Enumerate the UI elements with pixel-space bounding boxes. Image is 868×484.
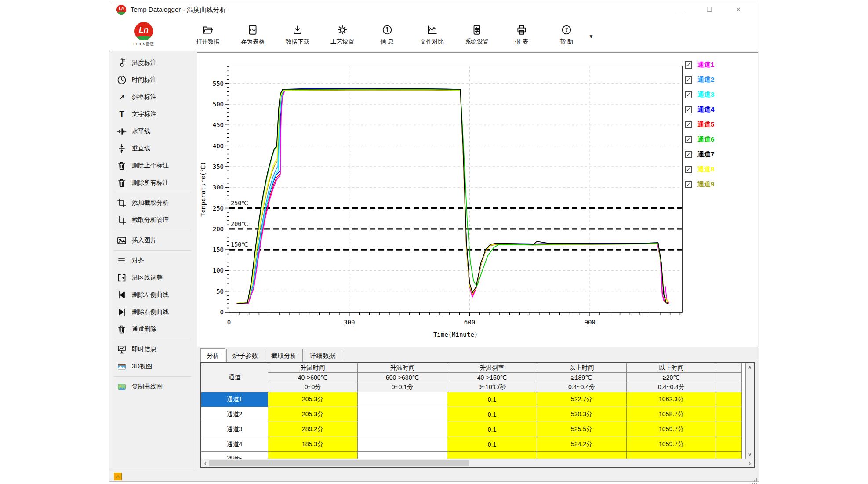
channel-checkbox[interactable]: ✓: [685, 76, 692, 84]
row-channel-cell[interactable]: 通道1: [201, 392, 268, 407]
table-cell: [358, 422, 447, 437]
sidebar-item-label: 删除右侧曲线: [132, 308, 169, 316]
maximize-button[interactable]: ☐: [695, 1, 724, 18]
table-cell: 530.3分: [537, 407, 627, 422]
sidebar-item-label: 删除上个标注: [132, 162, 169, 170]
table-cell: 525.5分: [537, 422, 627, 437]
tab-炉子参数[interactable]: 炉子参数: [226, 349, 264, 362]
sidebar-item[interactable]: 即时信息: [109, 341, 196, 358]
sidebar-item[interactable]: T文字标注: [109, 106, 196, 123]
table-cell: [627, 452, 716, 459]
row-channel-cell[interactable]: 通道4: [201, 437, 268, 452]
sidebar-item-label: 即时信息: [132, 346, 156, 353]
toolbar-button-6[interactable]: 文件对比: [415, 23, 449, 46]
toolbar-button-3[interactable]: 数据下载: [281, 23, 314, 46]
gear-icon: [337, 23, 348, 36]
toolbar-button-2[interactable]: CSV存为表格: [236, 23, 269, 46]
sidebar-item[interactable]: 删除左侧曲线: [109, 286, 196, 303]
vertical-line-icon: [116, 143, 127, 154]
legend-item: ✓通道1: [685, 57, 751, 72]
sidebar-item[interactable]: 删除上个标注: [109, 157, 196, 174]
sidebar-item[interactable]: 截取分析管理: [109, 211, 196, 229]
row-channel-cell[interactable]: 通道3: [201, 422, 268, 437]
toolbar-button-5[interactable]: 信 息: [370, 23, 404, 46]
scroll-right-icon[interactable]: ›: [746, 460, 754, 467]
resize-grip-icon[interactable]: [756, 478, 757, 480]
sidebar-item[interactable]: 插入图片: [109, 232, 196, 249]
sidebar-item[interactable]: 水平线: [109, 123, 196, 140]
table-cell-partial: [716, 392, 742, 407]
sidebar-item[interactable]: 对齐: [109, 252, 196, 269]
table-cell: 205.3分: [268, 392, 358, 407]
trash-icon: [116, 324, 127, 335]
channel-legend: ✓通道1✓通道2✓通道3✓通道4✓通道5✓通道6✓通道7✓通道8✓通道9: [685, 57, 751, 192]
tab-详细数据[interactable]: 详细数据: [304, 349, 341, 362]
channel-checkbox[interactable]: ✓: [685, 166, 692, 173]
toolbar-button-7[interactable]: 系统设置: [460, 23, 494, 46]
horizontal-scroll-thumb[interactable]: [209, 460, 469, 466]
channel-checkbox[interactable]: ✓: [685, 61, 692, 69]
sidebar-item[interactable]: 删除右侧曲线: [109, 303, 196, 320]
row-channel-cell[interactable]: 通道5: [201, 452, 268, 459]
table-row[interactable]: 通道2205.3分0.1530.3分1058.7分: [201, 407, 745, 422]
legend-item: ✓通道2: [685, 72, 751, 87]
column-header-5: 以上时间≥20℃0.4~0.4分: [627, 363, 716, 392]
channel-checkbox[interactable]: ✓: [685, 121, 692, 128]
sidebar-item[interactable]: 通道删除: [109, 320, 196, 338]
toolbar-button-4[interactable]: 工艺设置: [326, 23, 359, 46]
scroll-left-icon[interactable]: ‹: [201, 460, 209, 467]
table-row[interactable]: 通道1205.3分0.1522.7分1062.3分: [201, 392, 745, 407]
svg-text:350: 350: [213, 163, 224, 170]
svg-text:200: 200: [213, 226, 224, 233]
window-title: Temp Datalogger - 温度曲线分析: [131, 6, 226, 14]
home-icon[interactable]: ⌂: [114, 473, 122, 480]
table-vertical-scrollbar[interactable]: ∧ ∨: [745, 363, 754, 459]
channel-checkbox[interactable]: ✓: [685, 181, 692, 188]
table-cell: 0.1: [447, 422, 537, 437]
table-row[interactable]: 通道3289.2分0.1525.5分1059.7分: [201, 422, 745, 437]
table-row[interactable]: 通道5: [201, 452, 745, 459]
minimize-button[interactable]: —: [666, 1, 695, 18]
table-cell: [358, 392, 447, 407]
close-button[interactable]: ✕: [724, 1, 753, 18]
column-header-partial: [716, 363, 742, 392]
sidebar-item[interactable]: 删除所有标注: [109, 174, 196, 191]
tab-截取分析[interactable]: 截取分析: [265, 349, 303, 362]
sidebar-item-label: 对齐: [132, 257, 144, 265]
horizontal-line-icon: [116, 126, 127, 137]
sidebar-item[interactable]: 温度标注: [109, 54, 196, 71]
scroll-down-icon[interactable]: ∨: [748, 451, 752, 457]
sidebar-item-label: 复制曲线图: [132, 383, 163, 391]
scroll-up-icon[interactable]: ∧: [748, 364, 752, 370]
table-cell: 524.2分: [537, 437, 627, 452]
channel-checkbox[interactable]: ✓: [685, 91, 692, 98]
channel-checkbox[interactable]: ✓: [685, 136, 692, 143]
sidebar-item[interactable]: 3D视图: [109, 358, 196, 375]
sidebar-item[interactable]: 垂直线: [109, 140, 196, 157]
sidebar-item[interactable]: 时间标注: [109, 71, 196, 88]
table-horizontal-scrollbar[interactable]: ‹ ›: [201, 459, 754, 467]
channel-checkbox[interactable]: ✓: [685, 151, 692, 158]
sidebar-item[interactable]: 温区线调整: [109, 269, 196, 286]
sidebar-item-label: 水平线: [132, 127, 150, 135]
svg-text:900: 900: [585, 319, 596, 326]
sidebar-item[interactable]: ↗斜率标注: [109, 88, 196, 106]
table-cell: 205.3分: [268, 407, 358, 422]
sidebar-item-label: 时间标注: [132, 76, 156, 84]
sidebar-item[interactable]: 复制曲线图: [109, 378, 196, 395]
sidebar-item-label: 添加截取分析: [132, 199, 169, 207]
tab-分析[interactable]: 分析: [200, 348, 225, 362]
table-row[interactable]: 通道4185.3分0.1524.2分1059.7分: [201, 437, 745, 452]
channel-checkbox[interactable]: ✓: [685, 106, 692, 113]
trash-icon: [116, 178, 127, 188]
toolbar-button-9[interactable]: ?帮 助: [550, 23, 583, 46]
toolbar-button-1[interactable]: 打开数据: [191, 23, 225, 46]
help-dropdown-caret[interactable]: ▼: [588, 33, 594, 40]
sidebar-item-label: 文字标注: [132, 110, 156, 118]
thermometer-icon: [116, 58, 127, 68]
sidebar-item[interactable]: 添加截取分析: [109, 194, 196, 211]
temperature-chart[interactable]: 250℃200℃150℃0501001502002503003504004505…: [197, 53, 760, 347]
toolbar-button-8[interactable]: 报 表: [505, 23, 538, 46]
table-cell: 0.1: [447, 392, 537, 407]
row-channel-cell[interactable]: 通道2: [201, 407, 268, 422]
